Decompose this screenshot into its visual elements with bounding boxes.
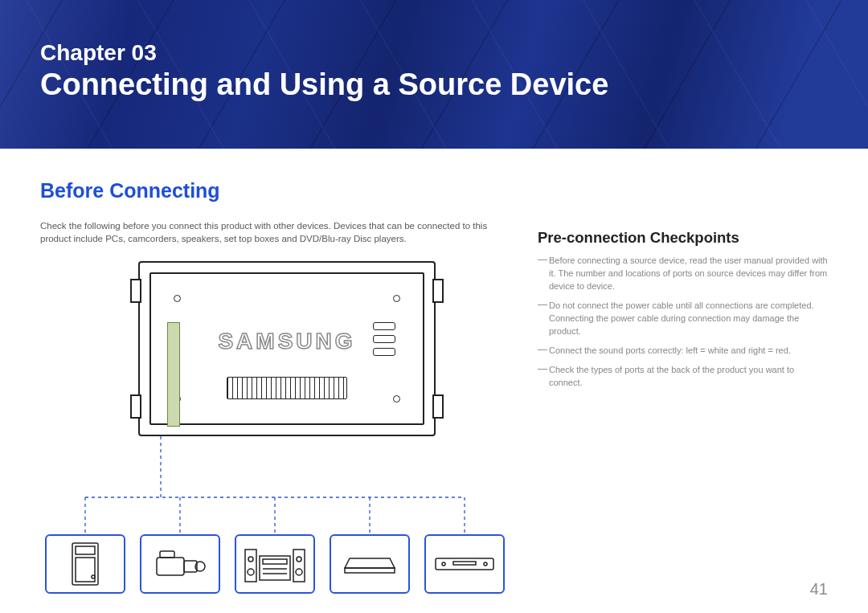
device-camcorder [140,534,220,594]
vent-icon [227,377,347,399]
monitor-back-illustration: SAMSUNG [138,261,436,436]
chapter-title: Connecting and Using a Source Device [40,67,828,102]
content-area: Before Connecting Check the following be… [0,149,868,594]
section-heading: Before Connecting [40,179,518,202]
connection-diagram: SAMSUNG [40,256,518,594]
section-intro: Check the following before you connect t… [40,220,518,245]
svg-rect-8 [76,546,95,554]
page-number: 41 [810,580,828,599]
svg-point-17 [248,569,254,575]
chapter-banner: Chapter 03 Connecting and Using a Source… [0,0,868,149]
checkpoint-item: Before connecting a source device, read … [538,255,828,293]
device-set-top-box [330,534,410,594]
svg-point-28 [442,562,445,566]
svg-point-29 [484,562,487,566]
svg-point-16 [248,557,253,562]
svg-rect-26 [436,558,493,570]
svg-rect-11 [157,558,184,575]
svg-rect-22 [263,559,287,564]
device-pc-tower [45,534,125,594]
chapter-label: Chapter 03 [40,40,828,66]
checkpoint-item: Connect the sound ports correctly: left … [538,345,828,358]
checkpoints-heading: Pre-connection Checkpoints [538,229,828,247]
svg-rect-18 [293,550,305,582]
svg-rect-27 [453,562,476,565]
svg-point-19 [297,557,301,562]
right-column: Pre-connection Checkpoints Before connec… [538,179,828,594]
svg-point-10 [92,575,95,578]
device-row [40,534,518,594]
svg-point-20 [296,569,302,575]
checkpoint-item: Check the types of ports at the back of … [538,364,828,390]
rear-slots-icon [373,322,395,369]
checkpoint-item: Do not connect the power cable until all… [538,300,828,338]
port-panel-highlight [167,322,180,427]
svg-rect-14 [160,551,174,558]
device-disc-player [424,534,505,594]
left-column: Before Connecting Check the following be… [40,179,518,594]
svg-rect-25 [345,568,395,573]
svg-rect-15 [245,550,256,582]
device-speaker-system [235,534,315,594]
